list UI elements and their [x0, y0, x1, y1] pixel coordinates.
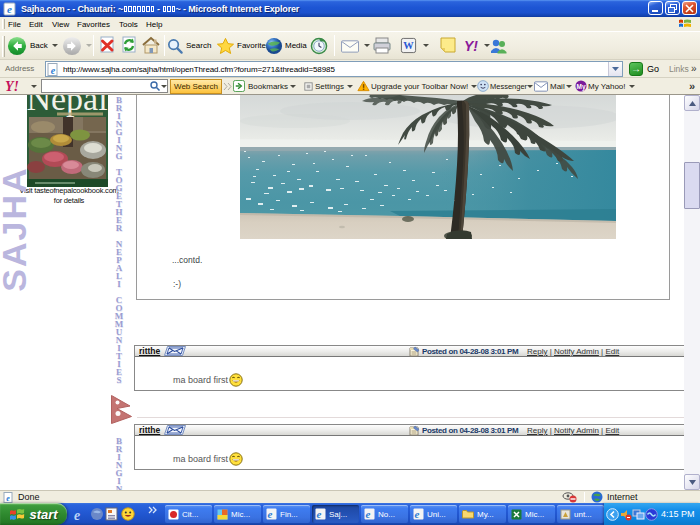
svg-text:e: e: [6, 493, 10, 502]
svg-text:e: e: [7, 3, 12, 15]
svg-text:e: e: [317, 508, 322, 520]
svg-text:My: My: [577, 83, 586, 91]
svg-text:Y!: Y!: [464, 38, 478, 54]
svg-text:e: e: [268, 508, 273, 520]
svg-text:Y!: Y!: [5, 79, 19, 93]
svg-text:W: W: [403, 40, 414, 51]
svg-text:e: e: [366, 508, 371, 520]
svg-text:e: e: [51, 64, 56, 75]
svg-text:e: e: [74, 508, 80, 522]
svg-text:e: e: [415, 508, 420, 520]
